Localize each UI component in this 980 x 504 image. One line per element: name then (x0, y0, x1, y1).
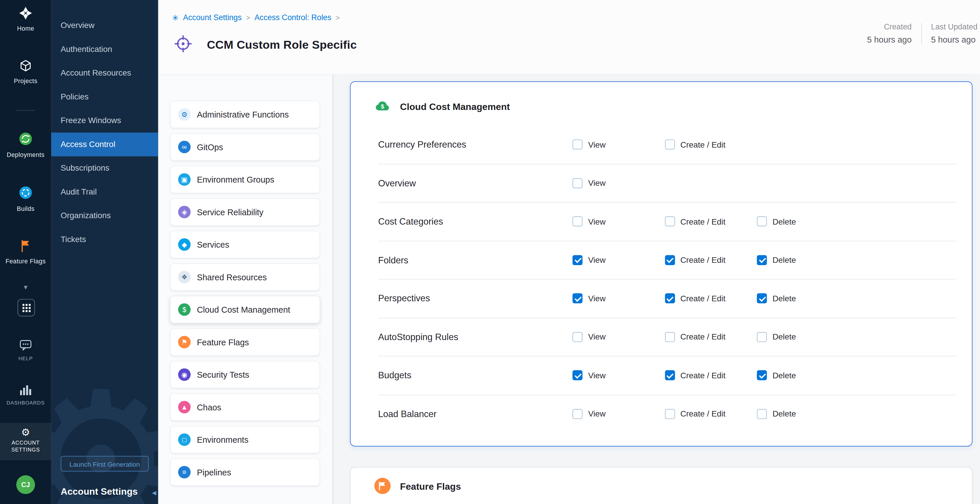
resource-category-label: Services (197, 240, 229, 249)
chaos-icon: ▲ (178, 401, 191, 413)
rail-item-account-settings[interactable]: ⚙ ACCOUNTSETTINGS (0, 423, 51, 460)
permission-checkbox[interactable] (665, 293, 675, 303)
permission-checkbox[interactable] (573, 370, 582, 380)
permission-checkbox[interactable] (665, 140, 675, 150)
builds-icon (18, 185, 33, 203)
resource-category-gitops[interactable]: ∞ GitOps (170, 133, 320, 161)
permission-checkbox[interactable] (573, 293, 582, 303)
rail-item-deployments[interactable]: Deployments (0, 131, 51, 158)
sidebar-item-audit-trail[interactable]: Audit Trail (51, 180, 158, 204)
breadcrumb: ✳ Account Settings > Access Control: Rol… (172, 13, 340, 22)
permission-cell-cost-categories-view: View (573, 217, 665, 226)
module-grid-button[interactable] (18, 299, 35, 316)
permission-checkbox-label: Create / Edit (680, 140, 725, 149)
resource-category-security-tests[interactable]: ◉ Security Tests (170, 361, 320, 388)
projects-cube-icon (19, 59, 32, 75)
permission-resource-name: Budgets (378, 370, 573, 380)
breadcrumb-link-account-settings[interactable]: Account Settings (183, 13, 242, 22)
sidebar-item-access-control[interactable]: Access Control (51, 133, 158, 156)
rail-item-builds[interactable]: Builds (0, 185, 51, 212)
permission-checkbox[interactable] (665, 332, 675, 342)
section-title: Feature Flags (400, 481, 461, 491)
module-rail: Home Projects Deployments Builds F (0, 0, 51, 504)
permission-row-currency-preferences: Currency Preferences View Create / Edit (378, 126, 957, 164)
permission-rows: Currency Preferences View Create / Edit … (351, 126, 972, 433)
permission-cell-overview-view: View (573, 178, 665, 188)
permission-checkbox[interactable] (573, 140, 582, 150)
rail-item-projects[interactable]: Projects (0, 59, 51, 85)
resource-category-feature-flags[interactable]: ⚑ Feature Flags (170, 329, 320, 356)
resource-category-label: Chaos (197, 402, 221, 412)
sidebar-item-label: Access Control (60, 139, 115, 149)
permission-checkbox[interactable] (573, 255, 582, 265)
permission-row-overview: Overview View (378, 164, 957, 203)
permission-checkbox[interactable] (757, 217, 767, 226)
rail-item-label: Builds (17, 205, 34, 212)
resource-category-shared-resources[interactable]: ❖ Shared Resources (170, 263, 320, 291)
app-root: Home Projects Deployments Builds F (0, 0, 980, 504)
sidebar-item-policies[interactable]: Policies (51, 85, 158, 109)
updated-meta: Last Updated 5 hours ago (931, 22, 977, 44)
section-header: $ Cloud Cost Management (351, 82, 972, 126)
sidebar-item-account-resources[interactable]: Account Resources (51, 61, 158, 85)
permission-checkbox[interactable] (573, 178, 582, 188)
resource-category-cloud-cost-management[interactable]: $ Cloud Cost Management (170, 296, 320, 323)
resource-category-chaos[interactable]: ▲ Chaos (170, 394, 320, 421)
permission-cell-budgets-delete: Delete (757, 370, 849, 380)
sidebar-item-subscriptions[interactable]: Subscriptions (51, 156, 158, 180)
permission-checkbox[interactable] (665, 409, 675, 419)
permission-resource-name: AutoStopping Rules (378, 332, 573, 342)
rail-item-label: ACCOUNTSETTINGS (11, 440, 40, 454)
permission-checkbox[interactable] (573, 409, 582, 419)
permission-checkbox[interactable] (573, 332, 582, 342)
permission-checkbox[interactable] (757, 370, 767, 380)
rail-item-dashboards[interactable]: DASHBOARDS (0, 385, 51, 406)
permission-resource-name: Cost Categories (378, 217, 573, 226)
permission-checkbox[interactable] (757, 255, 767, 265)
sidebar-menu: Overview Authentication Account Resource… (51, 14, 158, 251)
collapse-sidebar-icon[interactable]: ◀ (152, 490, 156, 496)
shared-resources-icon: ❖ (178, 271, 191, 283)
permission-checkbox[interactable] (757, 332, 767, 342)
resource-category-environments[interactable]: □ Environments (170, 426, 320, 453)
permission-cell-autostopping-rules-view: View (573, 332, 665, 342)
dashboards-bars-icon (20, 385, 32, 398)
permission-checkbox-label: Create / Edit (680, 332, 725, 341)
permission-checkbox[interactable] (665, 255, 675, 265)
permission-checkbox[interactable] (757, 409, 767, 419)
resource-category-environment-groups[interactable]: ▣ Environment Groups (170, 166, 320, 193)
resource-category-service-reliability[interactable]: ◈ Service Reliability (170, 198, 320, 226)
sidebar-title: Account Settings (60, 486, 138, 496)
resource-category-label: Environments (197, 435, 248, 444)
sidebar-item-tickets[interactable]: Tickets (51, 228, 158, 251)
rail-item-profile[interactable]: CJ (0, 475, 51, 494)
resource-category-panel: ⚙ Administrative Functions ∞ GitOps ▣ En… (158, 74, 333, 504)
permission-cells: View Create / Edit Delete (573, 293, 849, 303)
shield-icon: ◉ (178, 368, 191, 381)
launch-first-generation-button[interactable]: Launch First Generation (60, 456, 149, 472)
created-label: Created (884, 22, 912, 31)
permission-checkbox[interactable] (665, 370, 675, 380)
resource-category-administrative-functions[interactable]: ⚙ Administrative Functions (170, 100, 320, 128)
permission-cell-load-balancer-view: View (573, 409, 665, 419)
sidebar-item-authentication[interactable]: Authentication (51, 38, 158, 61)
pipelines-icon: ≡ (178, 466, 191, 478)
permission-checkbox[interactable] (757, 293, 767, 303)
sidebar-item-freeze-windows[interactable]: Freeze Windows (51, 109, 158, 132)
permission-resource-name: Currency Preferences (378, 140, 573, 150)
avatar[interactable]: CJ (16, 475, 35, 494)
sidebar-item-overview[interactable]: Overview (51, 14, 158, 37)
chevron-down-icon[interactable]: ▾ (0, 282, 51, 291)
permission-cells: View (573, 178, 665, 188)
permission-checkbox[interactable] (665, 217, 675, 226)
permission-checkbox[interactable] (573, 217, 582, 226)
sidebar-item-organizations[interactable]: Organizations (51, 204, 158, 228)
harness-logo-icon (19, 6, 32, 22)
breadcrumb-link-roles[interactable]: Access Control: Roles (255, 13, 331, 22)
rail-item-help[interactable]: HELP (0, 340, 51, 361)
resource-category-services[interactable]: ◆ Services (170, 231, 320, 258)
rail-divider (16, 110, 35, 110)
resource-category-pipelines[interactable]: ≡ Pipelines (170, 458, 320, 486)
rail-item-feature-flags[interactable]: Feature Flags (0, 239, 51, 265)
rail-item-home[interactable]: Home (0, 6, 51, 32)
